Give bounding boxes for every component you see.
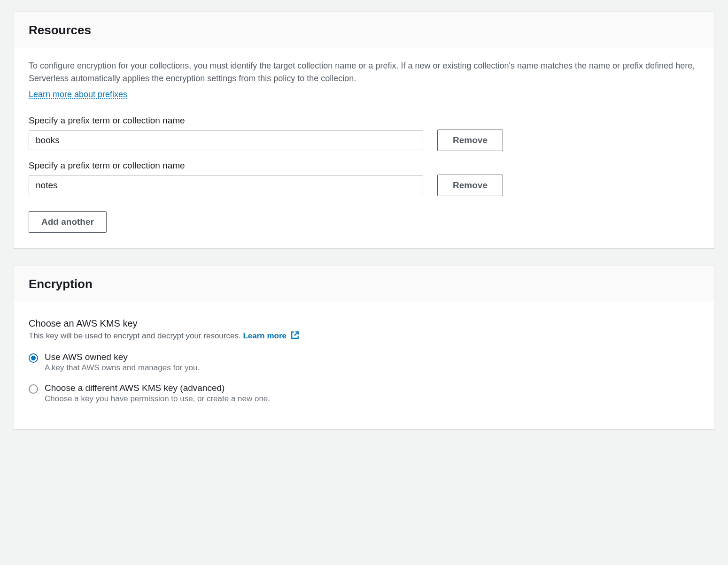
resource-field-label: Specify a prefix term or collection name	[29, 160, 699, 171]
kms-option-row[interactable]: Choose a different AWS KMS key (advanced…	[29, 383, 699, 404]
kms-option-labels: Choose a different AWS KMS key (advanced…	[45, 383, 270, 404]
resources-body: To configure encryption for your collect…	[14, 47, 714, 248]
encryption-body: Choose an AWS KMS key This key will be u…	[14, 301, 714, 429]
encryption-panel: Encryption Choose an AWS KMS key This ke…	[13, 265, 715, 429]
radio-selected-icon[interactable]	[29, 353, 38, 363]
choose-kms-label: Choose an AWS KMS key	[29, 318, 699, 329]
learn-more-prefixes-link[interactable]: Learn more about prefixes	[29, 90, 127, 99]
resource-input-row: Remove	[29, 130, 699, 151]
kms-option-labels: Use AWS owned key A key that AWS owns an…	[45, 352, 200, 373]
resource-field-label: Specify a prefix term or collection name	[29, 115, 699, 126]
resources-panel: Resources To configure encryption for yo…	[13, 11, 715, 248]
encryption-title: Encryption	[29, 277, 699, 291]
encryption-header: Encryption	[14, 266, 714, 301]
add-another-button[interactable]: Add another	[29, 211, 107, 233]
resource-prefix-input[interactable]	[29, 130, 423, 150]
resource-prefix-input[interactable]	[29, 176, 423, 195]
resources-header: Resources	[14, 12, 714, 47]
encryption-learn-more-label: Learn more	[243, 331, 287, 340]
resource-field-block: Specify a prefix term or collection name…	[29, 115, 699, 151]
choose-kms-sub-text: This key will be used to encrypt and dec…	[29, 331, 241, 340]
resources-description: To configure encryption for your collect…	[29, 60, 699, 85]
kms-option-title: Choose a different AWS KMS key (advanced…	[45, 383, 270, 393]
choose-kms-sub: This key will be used to encrypt and dec…	[29, 331, 699, 342]
remove-resource-button[interactable]: Remove	[437, 130, 503, 151]
kms-option-sub: Choose a key you have permission to use,…	[45, 394, 270, 404]
radio-unselected-icon[interactable]	[29, 384, 38, 394]
kms-option-title: Use AWS owned key	[45, 352, 200, 362]
resources-title: Resources	[29, 23, 699, 38]
resource-input-row: Remove	[29, 175, 699, 196]
kms-option-sub: A key that AWS owns and manages for you.	[45, 363, 200, 373]
resource-field-block: Specify a prefix term or collection name…	[29, 160, 699, 196]
external-link-icon	[291, 331, 299, 342]
kms-option-row[interactable]: Use AWS owned key A key that AWS owns an…	[29, 352, 699, 373]
remove-resource-button[interactable]: Remove	[437, 175, 503, 196]
encryption-learn-more-link[interactable]: Learn more	[243, 331, 299, 340]
